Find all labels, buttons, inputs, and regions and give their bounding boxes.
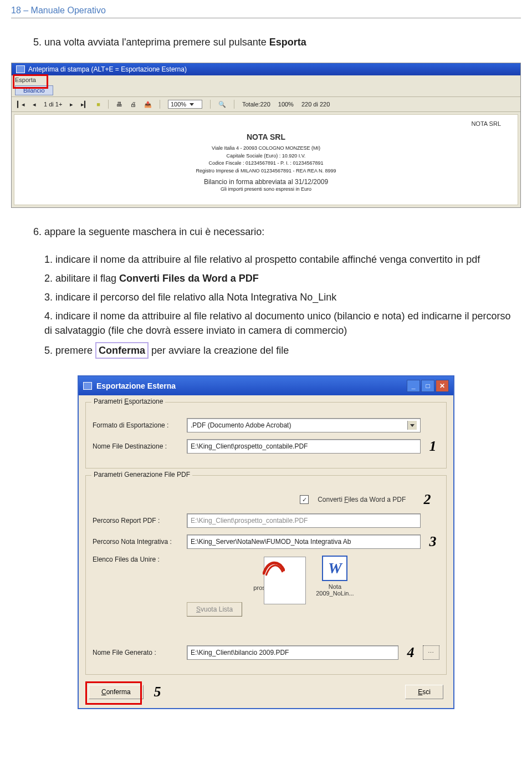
menu-esporta[interactable]: Esporta (15, 77, 36, 83)
input-nota[interactable]: E:\King_Server\NotaNew\FUMOD_Nota Integr… (187, 534, 421, 549)
label-file-generato: Nome File Generato : (93, 649, 181, 656)
doc-heading: NOTA SRL (31, 133, 501, 141)
fieldset-pdf-params: Parametri Generazione File PDF ✓ Convert… (85, 475, 447, 675)
stop-icon[interactable]: ■ (96, 101, 100, 108)
document-area: NOTA SRL NOTA SRL Viale Italia 4 - 20093… (14, 114, 518, 205)
fieldset-export-params: Parametri Esportazione Formato di Esport… (85, 402, 447, 469)
app-icon (16, 65, 25, 73)
nav-last-icon[interactable]: ▸▎ (81, 101, 89, 108)
search-icon[interactable]: 🔍 (218, 101, 226, 108)
pct-label: 100% (278, 101, 294, 108)
label-nome-file: Nome File Destinazione : (93, 442, 181, 450)
label-elenco: Elenco Files da Unire : (93, 556, 181, 563)
range-label: 220 di 220 (301, 101, 330, 108)
label-report: Percorso Report PDF : (93, 517, 181, 525)
callout-5: 5 (151, 684, 164, 700)
page-number: 18 (11, 6, 21, 15)
label-formato: Formato di Esportazione : (93, 421, 181, 429)
nav-prev-icon[interactable]: ◂ (33, 101, 36, 108)
callout-1: 1 (426, 438, 439, 455)
maximize-button[interactable]: □ (421, 380, 434, 392)
print-preview-window: Anteprima di stampa (ALT+E = Esportazion… (11, 63, 521, 208)
browse-button[interactable]: ⋯ (423, 645, 439, 660)
callout-4: 4 (404, 644, 417, 661)
tab-bilancio[interactable]: Bilancio (15, 85, 53, 95)
dialog-title: Esportazione Esterna (96, 381, 176, 390)
substep-3: 3. indicare il percorso del file relativ… (44, 290, 521, 304)
export-dialog: Esportazione Esterna _ □ ✕ Parametri Esp… (78, 375, 454, 709)
esci-button[interactable]: Esci (405, 685, 443, 699)
total-label: Totale:220 (242, 101, 270, 108)
chevron-down-icon (407, 421, 417, 430)
dialog-titlebar: Esportazione Esterna _ □ ✕ (79, 376, 453, 395)
zoom-combo[interactable]: 100% (168, 100, 202, 109)
dialog-icon (83, 382, 92, 390)
word-icon: W (322, 556, 347, 581)
print-icon[interactable]: 🖶 (116, 101, 122, 108)
file-item-pdf[interactable]: prospetto_co... (253, 556, 294, 597)
combo-formato[interactable]: .PDF (Documento Adobe Acrobat) (187, 418, 421, 432)
input-file-generato[interactable]: E:\King_Client\bilancio 2009.PDF (187, 645, 398, 660)
nav-next-icon[interactable]: ▸ (70, 101, 73, 108)
pdf-icon (263, 556, 285, 582)
substep-2: 2. abilitare il flag Converti Files da W… (44, 271, 521, 286)
legend-pdf: Parametri Generazione File PDF (91, 471, 192, 478)
tab-bar: Bilancio (12, 84, 520, 96)
page-header: 18 – Manuale Operativo (11, 0, 521, 18)
toolbar: ▎◂ ◂ 1 di 1+ ▸ ▸▎ ■ 🖶 🖨 📤 100% 🔍 Totale:… (12, 96, 520, 112)
conferma-keyword: Conferma (95, 342, 149, 359)
checkbox-converti[interactable]: ✓ (300, 495, 309, 504)
export-icon[interactable]: 📤 (144, 101, 152, 108)
label-nota: Percorso Nota Integrativa : (93, 538, 181, 546)
esporta-keyword: Esporta (269, 37, 306, 48)
conferma-button[interactable]: Conferma (89, 685, 144, 699)
window-titlebar: Anteprima di stampa (ALT+E = Esportazion… (12, 63, 520, 75)
close-button[interactable]: ✕ (436, 380, 449, 392)
doc-company-right: NOTA SRL (31, 120, 501, 127)
page-indicator: 1 di 1+ (44, 101, 62, 108)
window-title: Anteprima di stampa (ALT+E = Esportazion… (28, 65, 187, 73)
label-converti: Converti Files da Word a PDF (318, 496, 406, 503)
input-nome-file[interactable]: E:\King_Client\prospetto_contabile.PDF (187, 439, 421, 454)
substep-5: 5. premere Conferma per avviare la creaz… (44, 342, 521, 359)
input-report: E:\King_Client\prospetto_contabile.PDF (187, 513, 421, 528)
substep-1: 1. indicare il nome da attribuire al fil… (44, 252, 521, 267)
legend-export: Parametri Esportazione (91, 398, 165, 405)
step-6: 6. appare la seguente maschera in cui è … (33, 225, 521, 239)
file-item-word[interactable]: W Nota 2009_NoLin... (316, 556, 354, 597)
callout-3: 3 (426, 533, 439, 550)
nav-first-icon[interactable]: ▎◂ (17, 101, 25, 108)
callout-2: 2 (421, 491, 434, 508)
menubar: Esporta (12, 75, 520, 84)
minimize-button[interactable]: _ (407, 380, 420, 392)
file-list: prospetto_co... W Nota 2009_NoLin... (187, 556, 421, 597)
doc-title: Manuale Operativo (31, 6, 106, 15)
substep-4: 4. indicare il nome da attribuire al fil… (44, 309, 521, 338)
step-5: 5. una volta avviata l'anteprima premere… (33, 35, 521, 49)
svuota-lista-button[interactable]: Svuota Lista (187, 602, 242, 617)
printer-icon[interactable]: 🖨 (130, 101, 136, 108)
